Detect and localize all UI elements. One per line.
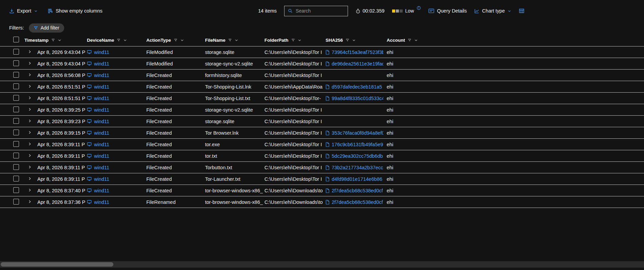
device-link[interactable]: wind11 [94,199,109,205]
filter-funnel-icon[interactable] [408,38,411,42]
chevron-right-expander-icon[interactable] [27,199,32,204]
column-header-filename[interactable]: FileName [205,38,264,43]
cell-filename: tor.txt [205,153,264,159]
device-link[interactable]: wind11 [94,50,109,55]
chevron-right-expander-icon[interactable] [27,84,32,89]
chevron-right-expander-icon[interactable] [27,153,32,158]
sha256-link[interactable]: 73b2a217734a2b37ecc [332,165,383,170]
chevron-down-icon[interactable] [235,38,238,42]
file-icon [326,165,329,170]
device-link[interactable]: wind11 [94,130,109,136]
column-header-sha256[interactable]: SHA256 [326,38,387,43]
search-icon [288,8,293,13]
file-icon [326,61,329,66]
column-header-label: Account [387,38,405,43]
chevron-right-expander-icon[interactable] [27,96,32,100]
cell-account: ehi [387,107,644,113]
device-link[interactable]: wind11 [94,61,109,66]
device-link[interactable]: wind11 [94,142,109,147]
chevron-right-expander-icon[interactable] [27,142,32,146]
sha256-link[interactable]: 73964cf15a3eaf7523f3b [332,50,383,55]
filter-funnel-icon[interactable] [228,38,232,42]
cell-sha256: 353c76faca0f8d94a8ef0 [326,130,387,136]
row-checkbox[interactable] [13,153,19,158]
add-filter-button[interactable]: Add filter [29,23,64,33]
chevron-down-icon[interactable] [180,38,184,42]
chevron-down-icon[interactable] [298,38,301,42]
sha256-link[interactable]: 5dc29ea302cc75db6db [332,153,383,159]
sha256-link[interactable]: d4fd98d01e1714e6b86 [332,176,382,182]
device-link[interactable]: wind11 [94,73,109,78]
device-link[interactable]: wind11 [94,107,109,113]
chevron-right-expander-icon[interactable] [27,188,32,192]
select-all-checkbox[interactable] [13,37,19,42]
filter-funnel-icon[interactable] [51,38,55,42]
table-view-button[interactable] [519,8,525,14]
sha256-link[interactable]: 353c76faca0f8d94a8ef0 [332,130,383,136]
filter-funnel-icon[interactable] [346,38,349,42]
row-checkbox[interactable] [13,83,19,89]
info-icon[interactable] [417,6,421,10]
column-header-devicename[interactable]: DeviceName [87,38,146,43]
cell-filename: Torbutton.txt [205,165,264,170]
table-row: Apr 8, 2026 8:39:25 P wind11 FileCreated… [0,104,644,116]
search-input[interactable] [296,8,344,14]
device-link[interactable]: wind11 [94,176,109,182]
filter-funnel-icon[interactable] [291,38,295,42]
cell-devicename: wind11 [87,199,146,205]
sha256-link[interactable]: de96dea25611e3e19fac [332,61,383,66]
chevron-right-expander-icon[interactable] [27,119,32,123]
device-link[interactable]: wind11 [94,96,109,101]
sha256-link[interactable]: 176c9cb6131fb49fa5e9 [332,142,383,147]
row-checkbox[interactable] [13,164,19,170]
chevron-right-expander-icon[interactable] [27,61,32,65]
device-link[interactable]: wind11 [94,119,109,124]
column-header-account[interactable]: Account [387,38,644,43]
chevron-down-icon[interactable] [58,38,61,42]
chevron-right-expander-icon[interactable] [27,50,32,54]
chevron-right-expander-icon[interactable] [27,176,32,181]
chart-type-button[interactable]: Chart type [474,8,511,14]
horizontal-scrollbar-thumb[interactable] [1,262,113,267]
row-checkbox[interactable] [13,60,19,66]
row-checkbox[interactable] [13,118,19,124]
row-checkbox[interactable] [13,176,19,181]
chevron-down-icon[interactable] [352,38,356,42]
row-checkbox[interactable] [13,72,19,78]
filter-funnel-icon[interactable] [174,38,178,42]
device-link[interactable]: wind11 [94,153,109,159]
device-link[interactable]: wind11 [94,84,109,90]
show-empty-columns-button[interactable]: Show empty columns [48,8,103,14]
chevron-right-expander-icon[interactable] [27,165,32,169]
chevron-down-icon [508,9,511,13]
row-checkbox[interactable] [13,130,19,135]
device-icon [87,108,92,112]
query-details-button[interactable]: Query Details [428,8,467,14]
column-header-timestamp[interactable]: Timestamp [24,38,87,43]
sha256-link[interactable]: d597dafedec3eb181a5 [332,84,382,90]
row-checkbox[interactable] [13,107,19,112]
cell-devicename: wind11 [87,84,146,90]
sha256-link[interactable]: 99a8d4f8335c01d533c4 [332,96,383,101]
row-checkbox[interactable] [13,199,19,205]
row-checkbox-cell [9,95,24,102]
sha256-link[interactable]: 2f7dea5cb68c538ed0cf [332,188,383,193]
row-checkbox[interactable] [13,187,19,193]
sha256-link[interactable]: 2f7dea5cb68c538ed0cf [332,199,383,205]
chevron-right-expander-icon[interactable] [27,107,32,112]
row-checkbox[interactable] [13,49,19,55]
row-checkbox[interactable] [13,95,19,101]
column-header-actiontype[interactable]: ActionType [146,38,205,43]
filter-funnel-icon[interactable] [117,38,121,42]
row-checkbox[interactable] [13,141,19,147]
device-link[interactable]: wind11 [94,188,109,193]
table-row: Apr 8, 2026 8:39:11 P wind11 FileCreated… [0,173,644,185]
horizontal-scrollbar-track[interactable] [0,261,644,268]
chevron-right-expander-icon[interactable] [27,73,32,77]
device-link[interactable]: wind11 [94,165,109,170]
column-header-folderpath[interactable]: FolderPath [264,38,326,43]
export-button[interactable]: Export [9,8,38,14]
chevron-right-expander-icon[interactable] [27,130,32,135]
chevron-down-icon[interactable] [414,38,418,42]
chevron-down-icon[interactable] [123,38,127,42]
